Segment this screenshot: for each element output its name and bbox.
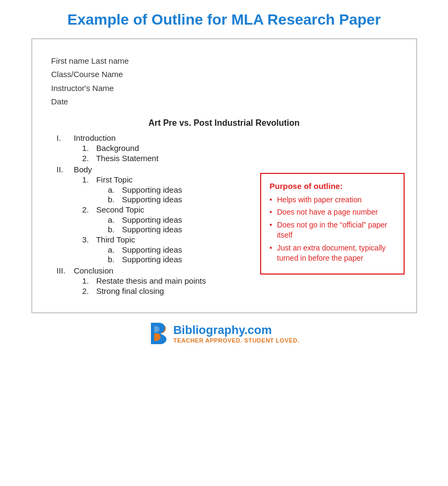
purpose-title: Purpose of outline: xyxy=(270,181,395,191)
roman-numeral: III. xyxy=(57,266,72,275)
footer-text-group: Bibliography.com TEACHER APPROVED. STUDE… xyxy=(173,323,300,344)
header-line: First name Last name xyxy=(51,54,397,68)
header-line: Class/Course Name xyxy=(51,67,397,81)
section-label: Introduction xyxy=(74,133,116,142)
header-line: Date xyxy=(51,95,397,109)
footer-brand: Bibliography.com xyxy=(173,323,300,337)
purpose-list: Helps with paper creation Does not have … xyxy=(270,195,395,263)
section-label: Conclusion xyxy=(74,266,113,275)
list-item: 1. Background xyxy=(82,143,397,153)
arabic-list: 1. Background 2. Thesis Statement xyxy=(82,143,397,163)
purpose-box: Purpose of outline: Helps with paper cre… xyxy=(260,173,405,275)
list-item: I. Introduction 1. Background 2. Thesis … xyxy=(57,133,397,163)
list-item: Helps with paper creation xyxy=(270,195,395,205)
page-title: Example of Outline for MLA Research Pape… xyxy=(67,11,381,29)
list-item: Does not go in the “official” paper itse… xyxy=(270,220,395,240)
list-item: 2. Strong final closing xyxy=(82,286,397,295)
paper-title: Art Pre vs. Post Industrial Revolution xyxy=(51,118,397,128)
list-item: Does not have a page number xyxy=(270,207,395,217)
roman-numeral: I. xyxy=(57,133,72,142)
footer-tagline: TEACHER APPROVED. STUDENT LOVED. xyxy=(173,337,300,344)
section-label: Body xyxy=(74,165,92,174)
document-container: First name Last name Class/Course Name I… xyxy=(32,39,417,313)
list-item: 1. Restate thesis and main points xyxy=(82,276,397,285)
header-line: Instructor's Name xyxy=(51,81,397,95)
list-item: 2. Thesis Statement xyxy=(82,154,397,163)
header-section: First name Last name Class/Course Name I… xyxy=(51,54,397,109)
footer-logo xyxy=(149,322,169,345)
roman-numeral: II. xyxy=(57,165,72,174)
arabic-list: 1. Restate thesis and main points 2. Str… xyxy=(82,276,397,295)
list-item: Just an extra document, typically turned… xyxy=(270,243,395,263)
footer: Bibliography.com TEACHER APPROVED. STUDE… xyxy=(149,322,300,345)
